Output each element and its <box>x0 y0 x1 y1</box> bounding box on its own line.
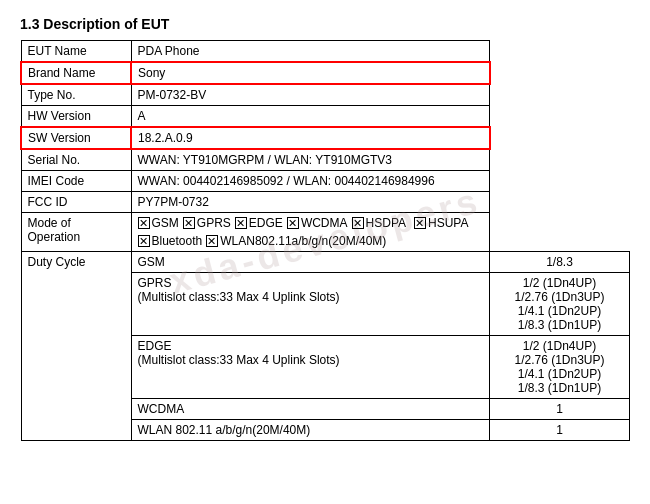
checkbox-icon <box>287 217 299 229</box>
duty-cycle-label: Duty Cycle <box>21 252 131 441</box>
eut-description-table: xda-developers EUT Name PDA Phone Brand … <box>20 40 630 441</box>
mode-label-wcdma: WCDMA <box>301 216 348 230</box>
mode-gsm: GSM <box>138 216 179 230</box>
row-label: HW Version <box>21 106 131 128</box>
mode-hsupa: HSUPA <box>414 216 468 230</box>
row-value: PM-0732-BV <box>131 84 490 106</box>
table-row: SW Version 18.2.A.0.9 <box>21 127 630 149</box>
mode-label-wlan: WLAN802.11a/b/g/n(20M/40M) <box>220 234 386 248</box>
mode-label-gsm: GSM <box>152 216 179 230</box>
checkbox-icon <box>352 217 364 229</box>
mode-label-hsupa: HSUPA <box>428 216 468 230</box>
duty-wlan-label: WLAN 802.11 a/b/g/n(20M/40M) <box>131 420 490 441</box>
row-label: Serial No. <box>21 149 131 171</box>
mode-wcdma: WCDMA <box>287 216 348 230</box>
mode-label-edge: EDGE <box>249 216 283 230</box>
mode-hsdpa: HSDPA <box>352 216 406 230</box>
duty-gprs-desc: (Multislot class:33 Max 4 Uplink Slots) <box>138 290 340 304</box>
mode-edge: EDGE <box>235 216 283 230</box>
mode-label-hsdpa: HSDPA <box>366 216 406 230</box>
duty-wcdma-label: WCDMA <box>131 399 490 420</box>
row-label: EUT Name <box>21 41 131 63</box>
table-row: FCC ID PY7PM-0732 <box>21 192 630 213</box>
row-label: IMEI Code <box>21 171 131 192</box>
row-value-brand: Sony <box>131 62 490 84</box>
row-label-swversion: SW Version <box>21 127 131 149</box>
checkbox-icon <box>414 217 426 229</box>
table-row: EUT Name PDA Phone <box>21 41 630 63</box>
table-row: Brand Name Sony <box>21 62 630 84</box>
mode-bluetooth: Bluetooth <box>138 234 203 248</box>
checkbox-icon <box>138 217 150 229</box>
section-heading: 1.3 Description of EUT <box>20 16 630 32</box>
checkbox-icon <box>235 217 247 229</box>
duty-gprs-value: 1/2 (1Dn4UP) 1/2.76 (1Dn3UP) 1/4.1 (1Dn2… <box>490 273 630 336</box>
mode-label: Mode ofOperation <box>21 213 131 252</box>
row-label-brand: Brand Name <box>21 62 131 84</box>
row-label: Type No. <box>21 84 131 106</box>
table-row: Type No. PM-0732-BV <box>21 84 630 106</box>
duty-edge-value: 1/2 (1Dn4UP) 1/2.76 (1Dn3UP) 1/4.1 (1Dn2… <box>490 336 630 399</box>
checkbox-icon <box>206 235 218 247</box>
row-value-swversion: 18.2.A.0.9 <box>131 127 490 149</box>
table-row: HW Version A <box>21 106 630 128</box>
row-value: PY7PM-0732 <box>131 192 490 213</box>
row-value: WWAN: 004402146985092 / WLAN: 0044021469… <box>131 171 490 192</box>
mode-of-operation-row: Mode ofOperation GSM GPRS EDGE <box>21 213 630 252</box>
mode-label-gprs: GPRS <box>197 216 231 230</box>
row-value: WWAN: YT910MGRPM / WLAN: YT910MGTV3 <box>131 149 490 171</box>
row-value: A <box>131 106 490 128</box>
row-label: FCC ID <box>21 192 131 213</box>
mode-checkboxes: GSM GPRS EDGE WCDMA <box>138 216 484 248</box>
mode-gprs: GPRS <box>183 216 231 230</box>
mode-label-bluetooth: Bluetooth <box>152 234 203 248</box>
table-row: Serial No. WWAN: YT910MGRPM / WLAN: YT91… <box>21 149 630 171</box>
checkbox-icon <box>138 235 150 247</box>
mode-wlan: WLAN802.11a/b/g/n(20M/40M) <box>206 234 386 248</box>
duty-gsm-label: GSM <box>131 252 490 273</box>
duty-cycle-row: Duty Cycle GSM 1/8.3 <box>21 252 630 273</box>
duty-gsm-value: 1/8.3 <box>490 252 630 273</box>
duty-wcdma-value: 1 <box>490 399 630 420</box>
duty-wlan-value: 1 <box>490 420 630 441</box>
table-row: IMEI Code WWAN: 004402146985092 / WLAN: … <box>21 171 630 192</box>
main-table: EUT Name PDA Phone Brand Name Sony Type … <box>20 40 630 441</box>
row-value: PDA Phone <box>131 41 490 63</box>
duty-gprs-label: GPRS (Multislot class:33 Max 4 Uplink Sl… <box>131 273 490 336</box>
duty-edge-desc: (Multislot class:33 Max 4 Uplink Slots) <box>138 353 340 367</box>
mode-value: GSM GPRS EDGE WCDMA <box>131 213 490 252</box>
duty-edge-label: EDGE (Multislot class:33 Max 4 Uplink Sl… <box>131 336 490 399</box>
checkbox-icon <box>183 217 195 229</box>
